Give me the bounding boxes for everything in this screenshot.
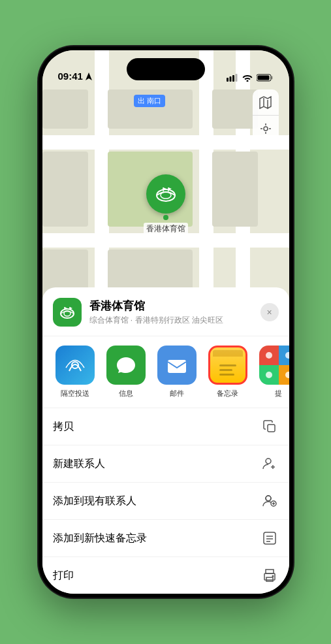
svg-rect-0 <box>227 78 229 82</box>
action-print-label: 打印 <box>53 569 74 583</box>
svg-point-8 <box>157 189 175 201</box>
note-icon <box>260 529 279 547</box>
map-block5 <box>42 89 88 129</box>
more-orange <box>279 365 289 385</box>
venue-name: 香港体育馆 <box>89 298 260 314</box>
map-block6 <box>42 152 88 227</box>
bottom-sheet: 香港体育馆 综合体育馆 · 香港特别行政区 油尖旺区 × 隔 <box>42 287 289 594</box>
svg-rect-31 <box>264 532 276 544</box>
venue-subtitle: 综合体育馆 · 香港特别行政区 油尖旺区 <box>89 315 260 326</box>
action-print[interactable]: 打印 <box>42 557 289 594</box>
action-new-contact-label: 新建联系人 <box>53 457 105 471</box>
action-new-contact[interactable]: 新建联系人 <box>42 445 289 483</box>
map-road-v2 <box>199 50 213 325</box>
notes-lines <box>214 359 242 379</box>
svg-rect-21 <box>168 360 186 373</box>
person-plus-icon <box>260 492 279 510</box>
action-add-notes[interactable]: 添加到新快速备忘录 <box>42 520 289 557</box>
notes-label: 备忘录 <box>217 389 238 398</box>
map-controls[interactable] <box>253 89 279 142</box>
notes-line3 <box>219 374 234 376</box>
person-add-icon <box>260 455 279 473</box>
svg-point-7 <box>264 127 268 131</box>
location-arrow-icon <box>86 72 92 80</box>
map-block2 <box>212 89 258 129</box>
pin-dot <box>163 215 168 220</box>
notes-top-bar <box>213 350 243 357</box>
notes-line2 <box>219 369 233 371</box>
messages-icon <box>106 346 146 385</box>
venue-icon <box>53 298 82 327</box>
more-green <box>259 365 279 385</box>
phone-screen: 09:41 <box>42 50 289 594</box>
stadium-pin: 香港体育馆 <box>144 174 188 235</box>
notes-line1 <box>219 364 236 366</box>
phone-frame: 09:41 <box>39 46 293 598</box>
pin-label: 香港体育馆 <box>144 223 188 235</box>
action-copy-label: 拷贝 <box>53 420 74 434</box>
map-road-h2 <box>42 233 289 248</box>
svg-rect-6 <box>257 76 269 80</box>
map-label-prefix: 出 <box>138 97 147 105</box>
share-item-more[interactable]: 提 <box>257 346 289 398</box>
printer-icon <box>260 566 279 585</box>
share-item-airdrop[interactable]: 隔空投送 <box>53 346 97 398</box>
mail-label: 邮件 <box>170 389 184 398</box>
more-icon <box>259 346 289 385</box>
venue-info: 香港体育馆 综合体育馆 · 香港特别行政区 油尖旺区 <box>89 298 260 326</box>
action-add-existing[interactable]: 添加到现有联系人 <box>42 483 289 520</box>
more-red-dot <box>266 352 272 359</box>
svg-rect-2 <box>232 75 234 82</box>
more-red <box>259 346 279 365</box>
notes-icon <box>208 346 247 385</box>
share-item-mail[interactable]: 邮件 <box>155 346 199 398</box>
svg-rect-1 <box>229 76 231 82</box>
more-blue <box>279 346 289 365</box>
pin-circle <box>146 174 185 214</box>
more-icon-bottom <box>259 365 289 385</box>
map-station-label: 出 南口 <box>134 95 165 107</box>
action-add-existing-label: 添加到现有联系人 <box>53 494 136 508</box>
more-green-dot <box>266 372 272 378</box>
venue-header: 香港体育馆 综合体育馆 · 香港特别行政区 油尖旺区 × <box>42 298 289 336</box>
more-icon-grid <box>259 346 289 365</box>
more-orange-dot <box>285 372 289 378</box>
svg-point-38 <box>272 575 274 577</box>
map-road-v1 <box>95 50 109 325</box>
svg-rect-3 <box>235 74 237 82</box>
more-blue-dot <box>285 352 289 359</box>
share-item-messages[interactable]: 信息 <box>104 346 148 398</box>
more-label: 提 <box>275 389 282 398</box>
map-area: 出 南口 <box>42 50 289 325</box>
svg-rect-5 <box>271 76 272 80</box>
airdrop-icon <box>55 346 95 385</box>
signal-icon <box>227 74 238 82</box>
action-copy[interactable]: 拷贝 <box>42 408 289 445</box>
location-button[interactable] <box>253 116 279 142</box>
status-icons <box>227 74 274 82</box>
svg-point-14 <box>61 309 74 318</box>
action-list: 拷贝 新建联系人 <box>42 408 289 594</box>
mail-icon <box>157 346 197 385</box>
share-item-notes[interactable]: 备忘录 <box>206 346 250 398</box>
svg-point-27 <box>266 496 271 501</box>
svg-rect-22 <box>268 425 275 432</box>
action-add-notes-label: 添加到新快速备忘录 <box>53 532 147 545</box>
dynamic-island <box>127 58 205 80</box>
battery-icon <box>257 74 274 82</box>
status-time: 09:41 <box>58 71 83 82</box>
share-row: 隔空投送 信息 <box>42 336 289 408</box>
svg-point-23 <box>266 459 271 464</box>
map-type-button[interactable] <box>253 89 279 116</box>
wifi-icon <box>242 74 253 82</box>
copy-icon <box>260 417 279 436</box>
svg-rect-37 <box>266 577 273 581</box>
map-label-text: 南口 <box>147 97 161 105</box>
close-button[interactable]: × <box>260 303 279 321</box>
svg-rect-35 <box>266 570 274 573</box>
airdrop-label: 隔空投送 <box>61 389 89 398</box>
map-block3 <box>212 152 258 227</box>
messages-label: 信息 <box>119 389 133 398</box>
